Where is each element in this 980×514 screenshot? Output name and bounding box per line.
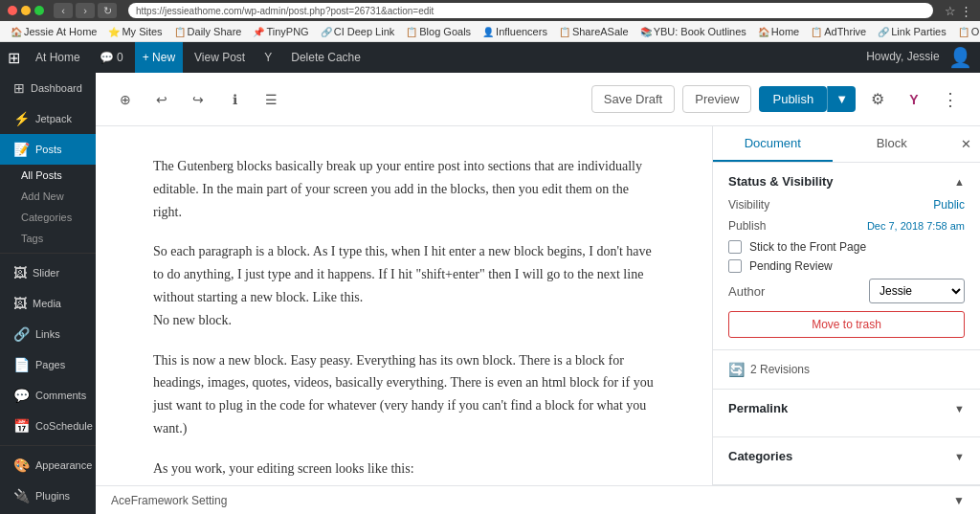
publish-date[interactable]: Dec 7, 2018 7:58 am [867, 220, 965, 232]
bookmark-shareasale[interactable]: 📋ShareASale [554, 24, 634, 39]
author-select[interactable]: Jessie [869, 279, 965, 303]
revisions-count[interactable]: 2 Revisions [750, 363, 810, 376]
panel-close-button[interactable]: ✕ [951, 126, 980, 162]
browser-bar: ‹ › ↻ https://jessieathome.com/wp-admin/… [0, 0, 980, 21]
sidebar-item-comments[interactable]: 💬 Comments [0, 380, 96, 411]
bookmark-home2[interactable]: 🏠Home [753, 24, 804, 39]
move-to-trash-button[interactable]: Move to trash [728, 311, 965, 338]
yoast-button[interactable]: Y [900, 85, 928, 114]
sidebar: ⊞ Dashboard ⚡ Jetpack 📝 Posts All Posts … [0, 73, 96, 514]
tab-document[interactable]: Document [713, 126, 833, 162]
bookmark-linkparties[interactable]: 🔗Link Parties [873, 24, 950, 39]
sidebar-item-dashboard[interactable]: ⊞ Dashboard [0, 73, 96, 103]
wp-admin-delete-cache[interactable]: Delete Cache [283, 42, 368, 73]
sidebar-item-plugins[interactable]: 🔌 Plugins [0, 480, 96, 511]
wp-admin-new[interactable]: + New [135, 42, 183, 73]
sidebar-label-appearance: Appearance [35, 458, 92, 472]
editor-panel-area: The Gutenberg blocks basically break up … [96, 126, 980, 485]
list-view-button[interactable]: ☰ [256, 85, 285, 114]
preview-button[interactable]: Preview [682, 85, 751, 113]
refresh-button[interactable]: ↻ [98, 3, 117, 18]
wp-admin-bar: ⊞ At Home 💬 0 + New View Post Y Delete C… [0, 42, 980, 73]
bookmark-tinypng[interactable]: 📌TinyPNG [248, 24, 313, 39]
author-label: Author [728, 284, 765, 299]
wp-admin-site-name[interactable]: At Home [28, 42, 88, 73]
bookmark-adthrive[interactable]: 📋AdThrive [806, 24, 871, 39]
permalink-chevron-icon: ▼ [954, 403, 965, 414]
back-button[interactable]: ‹ [54, 3, 73, 18]
publish-label: Publish [728, 219, 766, 233]
jetpack-icon: ⚡ [13, 111, 30, 126]
wp-admin-yoast[interactable]: Y [256, 42, 279, 73]
sidebar-label-posts: Posts [35, 143, 62, 156]
visibility-label: Visibility [728, 198, 769, 212]
visibility-value[interactable]: Public [933, 198, 965, 212]
categories-label: Categories [21, 212, 72, 223]
sidebar-label-links: Links [35, 327, 60, 341]
settings-panel-button[interactable]: ⚙ [863, 85, 892, 114]
content-area: ⊕ ↩ ↪ ℹ ☰ Save Draft Preview Publish ▼ ⚙… [96, 73, 980, 514]
redo-button[interactable]: ↪ [184, 85, 212, 114]
menu-button[interactable]: ⋮ [960, 4, 972, 18]
publish-arrow-button[interactable]: ▼ [827, 86, 856, 112]
sidebar-item-coschedule[interactable]: 📅 CoSchedule [0, 411, 96, 441]
no-new-block-text: No new block. [153, 313, 232, 327]
sidebar-label-plugins: Plugins [35, 489, 70, 503]
maximize-dot [34, 6, 44, 15]
bookmark-dailyshare[interactable]: 📋Daily Share [169, 24, 247, 39]
panel-tabs: Document Block ✕ [713, 126, 980, 163]
revisions-section: 🔄 2 Revisions [713, 350, 980, 390]
bookmark-ybu[interactable]: 📚YBU: Book Outlines [635, 24, 751, 39]
sidebar-item-pages[interactable]: 📄 Pages [0, 349, 96, 380]
permalink-section: Permalink ▼ [713, 390, 980, 437]
slider-icon: 🖼 [13, 265, 27, 280]
wp-admin-comments[interactable]: 💬 0 [92, 42, 131, 73]
add-new-label: Add New [21, 190, 64, 202]
sidebar-item-add-new[interactable]: Add New [0, 186, 96, 207]
url-bar[interactable]: https://jessieathome.com/wp-admin/post.p… [128, 3, 933, 18]
sidebar-item-categories[interactable]: Categories [0, 207, 96, 228]
info-button[interactable]: ℹ [220, 85, 249, 114]
dashboard-icon: ⊞ [13, 80, 25, 96]
add-block-button[interactable]: ⊕ [111, 85, 140, 114]
bookmark-bloggoals[interactable]: 📋Blog Goals [401, 24, 476, 39]
bookmark-home[interactable]: 🏠Jessie At Home [6, 24, 101, 39]
appearance-icon: 🎨 [13, 458, 30, 473]
categories-header[interactable]: Categories ▼ [728, 449, 965, 463]
paragraph-1: The Gutenberg blocks basically break up … [153, 155, 655, 223]
sidebar-item-all-posts[interactable]: All Posts [0, 165, 96, 186]
sidebar-item-tags[interactable]: Tags [0, 228, 96, 249]
minimize-dot [21, 6, 31, 15]
author-row: Author Jessie [728, 279, 965, 303]
save-draft-button[interactable]: Save Draft [591, 85, 675, 113]
bookmark-influencers[interactable]: 👤Influencers [478, 24, 552, 39]
sidebar-divider-1 [0, 253, 96, 254]
more-options-button[interactable]: ⋮ [936, 85, 965, 114]
sidebar-item-links[interactable]: 🔗 Links [0, 319, 96, 349]
wp-admin-view-post[interactable]: View Post [187, 42, 253, 73]
sidebar-item-appearance[interactable]: 🎨 Appearance [0, 450, 96, 480]
tab-block[interactable]: Block [833, 126, 952, 162]
forward-button[interactable]: › [76, 3, 95, 18]
editor-content[interactable]: The Gutenberg blocks basically break up … [96, 126, 712, 485]
bookmark-mysites[interactable]: ⭐My Sites [103, 24, 167, 39]
bookmark-origami[interactable]: 📋Origami [953, 24, 980, 39]
sidebar-item-slider[interactable]: 🖼 Slider [0, 257, 96, 288]
main-layout: ⊞ Dashboard ⚡ Jetpack 📝 Posts All Posts … [0, 73, 980, 514]
ace-framework-arrow[interactable]: ▼ [953, 494, 965, 507]
stick-to-front-checkbox[interactable] [728, 240, 742, 254]
star-button[interactable]: ☆ [945, 4, 956, 18]
publish-button[interactable]: Publish [759, 86, 827, 112]
wp-admin-howdy: Howdy, Jessie 👤 [866, 46, 972, 69]
status-visibility-header[interactable]: Status & Visibility ▲ [728, 174, 965, 189]
publish-row: Publish Dec 7, 2018 7:58 am [728, 219, 965, 233]
sidebar-item-posts[interactable]: 📝 Posts [0, 134, 96, 165]
plugins-icon: 🔌 [13, 488, 30, 503]
bookmark-cideeplink[interactable]: 🔗CI Deep Link [316, 24, 400, 39]
sidebar-item-media[interactable]: 🖼 Media [0, 288, 96, 319]
undo-button[interactable]: ↩ [147, 85, 176, 114]
pending-review-checkbox[interactable] [728, 259, 742, 273]
permalink-header[interactable]: Permalink ▼ [728, 401, 965, 415]
sidebar-item-jetpack[interactable]: ⚡ Jetpack [0, 103, 96, 134]
url-text: https://jessieathome.com/wp-admin/post.p… [136, 6, 434, 16]
